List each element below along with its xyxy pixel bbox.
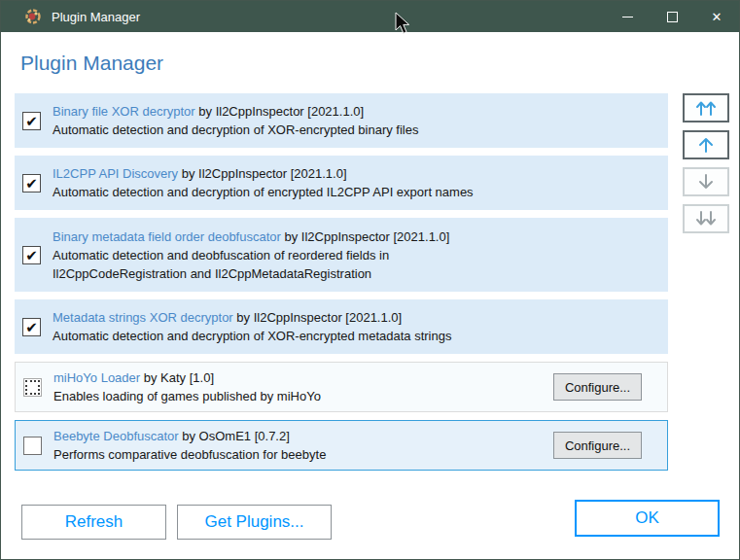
plugin-description: Automatic detection and deobfuscation of…	[53, 246, 449, 283]
move-to-bottom-button[interactable]	[683, 204, 729, 233]
plugin-row-mihoyo-loader[interactable]: miHoYo Loader by Katy [1.0] Enables load…	[15, 362, 668, 412]
app-icon	[23, 7, 43, 26]
plugin-byline: by Il2CppInspector [2021.1.0]	[182, 166, 347, 181]
titlebar: Plugin Manager ✕	[1, 1, 739, 32]
plugin-description: Performs comparative deobfuscation for b…	[53, 445, 326, 464]
configure-button[interactable]: Configure...	[553, 432, 642, 459]
plugin-enabled-checkbox[interactable]: ✔	[22, 318, 41, 336]
check-icon: ✔	[25, 248, 38, 262]
plugin-description: Automatic detection and decryption of XO…	[53, 121, 418, 139]
window-title: Plugin Manager	[52, 10, 140, 24]
plugin-description: Automatic detection and decryption of en…	[53, 183, 474, 201]
plugin-row-binary-file-xor-decryptor[interactable]: ✔ Binary file XOR decryptor by Il2CppIns…	[15, 93, 668, 148]
ok-button[interactable]: OK	[575, 500, 720, 537]
plugin-description: Enables loading of games published by mi…	[53, 387, 321, 405]
up-arrow-icon	[695, 135, 717, 155]
plugin-name-link[interactable]: miHoYo Loader	[53, 370, 140, 385]
reorder-panel	[683, 93, 729, 233]
plugin-list: ✔ Binary file XOR decryptor by Il2CppIns…	[15, 93, 668, 471]
page-title: Plugin Manager	[20, 52, 163, 75]
close-icon: ✕	[712, 11, 722, 23]
plugin-name-link[interactable]: IL2CPP API Discovery	[53, 166, 178, 181]
refresh-button[interactable]: Refresh	[21, 505, 166, 540]
double-up-arrow-icon	[694, 98, 718, 118]
configure-button[interactable]: Configure...	[553, 373, 642, 401]
minimize-icon	[622, 17, 633, 18]
plugin-enabled-checkbox[interactable]: ✔	[22, 174, 41, 192]
move-up-button[interactable]	[683, 130, 729, 159]
move-down-button[interactable]	[683, 167, 729, 196]
plugin-name-link[interactable]: Metadata strings XOR decryptor	[53, 310, 233, 325]
plugin-byline: by Il2CppInspector [2021.1.0]	[284, 229, 449, 244]
plugin-enabled-checkbox[interactable]	[23, 378, 42, 397]
plugin-name-link[interactable]: Binary metadata field order deobfuscator	[53, 229, 281, 244]
check-icon: ✔	[25, 176, 38, 191]
minimize-button[interactable]	[605, 1, 650, 32]
plugin-byline: by Katy [1.0]	[144, 370, 214, 385]
check-icon: ✔	[25, 114, 38, 128]
plugin-byline: by Il2CppInspector [2021.1.0]	[198, 104, 364, 119]
double-down-arrow-icon	[694, 209, 718, 228]
plugin-row-il2cpp-api-discovery[interactable]: ✔ IL2CPP API Discovery by Il2CppInspecto…	[15, 156, 668, 210]
maximize-icon	[667, 12, 678, 22]
down-arrow-icon	[695, 172, 717, 192]
plugin-row-beebyte-deobfuscator[interactable]: Beebyte Deobfuscator by OsOmE1 [0.7.2] P…	[15, 420, 668, 471]
maximize-button[interactable]	[650, 1, 694, 32]
close-button[interactable]: ✕	[694, 1, 739, 32]
plugin-manager-window: Plugin Manager ✕ Plugin Manager ✔ Binary…	[0, 0, 740, 560]
plugin-description: Automatic detection and decryption of XO…	[53, 327, 451, 345]
plugin-enabled-checkbox[interactable]: ✔	[22, 112, 41, 130]
plugin-byline: by Il2CppInspector [2021.1.0]	[236, 310, 402, 325]
plugin-row-metadata-strings-xor-decryptor[interactable]: ✔ Metadata strings XOR decryptor by Il2C…	[15, 299, 668, 354]
plugin-row-binary-metadata-field-order-deobfuscator[interactable]: ✔ Binary metadata field order deobfuscat…	[15, 218, 668, 292]
get-plugins-button[interactable]: Get Plugins...	[177, 505, 332, 540]
plugin-name-link[interactable]: Binary file XOR decryptor	[53, 104, 195, 119]
plugin-name-link[interactable]: Beebyte Deobfuscator	[53, 429, 179, 443]
plugin-byline: by OsOmE1 [0.7.2]	[182, 429, 290, 443]
move-to-top-button[interactable]	[683, 93, 729, 122]
plugin-enabled-checkbox[interactable]	[23, 437, 42, 455]
plugin-enabled-checkbox[interactable]: ✔	[22, 246, 41, 264]
check-icon: ✔	[25, 320, 38, 334]
